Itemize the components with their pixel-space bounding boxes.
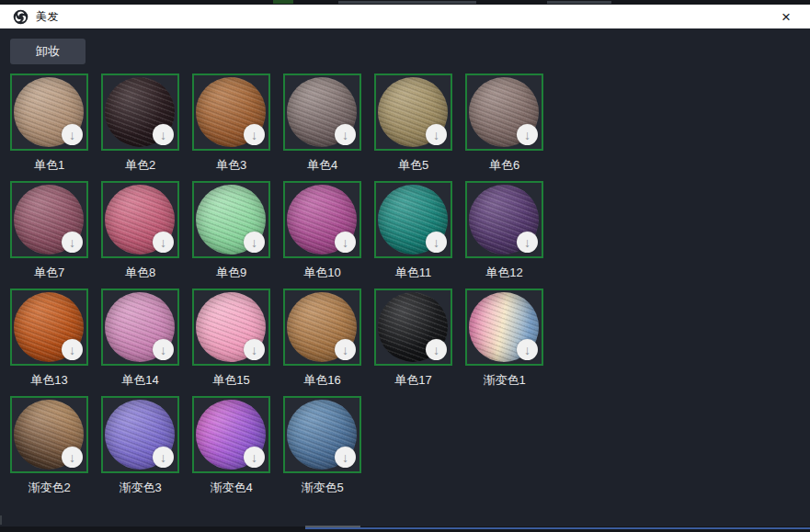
- download-arrow-glyph: ↓: [342, 236, 348, 249]
- tile-label: 单色14: [101, 372, 179, 389]
- hair-style-cell: ↓ 单色8: [101, 181, 179, 281]
- download-arrow-glyph: ↓: [342, 129, 348, 141]
- hair-style-cell: ↓ 单色14: [101, 289, 179, 389]
- download-icon[interactable]: ↓: [426, 124, 447, 145]
- tile-label: 单色5: [374, 157, 452, 174]
- tile-label: 单色15: [192, 372, 270, 389]
- download-icon[interactable]: ↓: [153, 124, 174, 145]
- hair-style-tile[interactable]: ↓: [465, 181, 543, 258]
- remove-makeup-button[interactable]: 卸妆: [10, 39, 86, 64]
- hair-style-cell: ↓ 单色16: [283, 289, 361, 389]
- hair-style-cell: ↓ 单色15: [192, 289, 270, 389]
- download-arrow-glyph: ↓: [160, 236, 166, 249]
- tile-label: 单色2: [101, 157, 179, 174]
- download-icon[interactable]: ↓: [426, 232, 447, 253]
- download-arrow-glyph: ↓: [251, 451, 257, 464]
- tile-label: 单色1: [10, 157, 88, 174]
- download-icon[interactable]: ↓: [517, 232, 538, 253]
- hair-style-cell: ↓ 单色4: [283, 74, 361, 174]
- background-window-artifact: [547, 1, 611, 4]
- download-arrow-glyph: ↓: [160, 451, 166, 464]
- hair-style-tile[interactable]: ↓: [192, 181, 270, 258]
- download-arrow-glyph: ↓: [69, 451, 75, 464]
- download-icon[interactable]: ↓: [153, 232, 174, 253]
- hair-style-cell: ↓ 单色6: [465, 74, 543, 174]
- download-icon[interactable]: ↓: [244, 124, 265, 145]
- download-arrow-glyph: ↓: [524, 236, 530, 249]
- hair-style-tile[interactable]: ↓: [101, 289, 179, 366]
- download-icon[interactable]: ↓: [426, 339, 447, 360]
- dialog-body: 卸妆 ↓ 单色1 ↓ 单色2 ↓ 单色3 ↓: [0, 28, 810, 526]
- download-arrow-glyph: ↓: [160, 129, 166, 141]
- download-arrow-glyph: ↓: [69, 344, 75, 357]
- hair-style-cell: ↓ 单色17: [374, 289, 452, 389]
- download-icon[interactable]: ↓: [244, 447, 265, 468]
- tile-label: 渐变色1: [465, 372, 543, 389]
- download-icon[interactable]: ↓: [62, 232, 83, 253]
- download-icon[interactable]: ↓: [335, 232, 356, 253]
- hair-style-tile[interactable]: ↓: [374, 181, 452, 258]
- close-icon[interactable]: ×: [777, 7, 795, 26]
- download-icon[interactable]: ↓: [62, 124, 83, 145]
- download-icon[interactable]: ↓: [335, 339, 356, 360]
- download-icon[interactable]: ↓: [335, 124, 356, 145]
- hair-style-tile[interactable]: ↓: [283, 396, 361, 473]
- hair-style-cell: ↓ 单色13: [10, 289, 88, 389]
- tile-label: 单色6: [465, 157, 543, 174]
- tile-label: 单色12: [465, 265, 543, 281]
- hair-style-tile[interactable]: ↓: [283, 74, 361, 151]
- tile-label: 单色10: [283, 265, 361, 281]
- hair-style-tile[interactable]: ↓: [10, 396, 88, 473]
- download-icon[interactable]: ↓: [517, 124, 538, 145]
- tile-label: 单色8: [101, 265, 179, 281]
- download-arrow-glyph: ↓: [524, 344, 530, 357]
- download-icon[interactable]: ↓: [62, 339, 83, 360]
- background-window-artifact: [305, 527, 810, 529]
- hair-style-cell: ↓ 单色2: [101, 74, 179, 174]
- hair-style-tile[interactable]: ↓: [10, 181, 88, 258]
- hair-style-tile[interactable]: ↓: [465, 289, 543, 366]
- hair-style-tile[interactable]: ↓: [101, 181, 179, 258]
- tile-label: 渐变色3: [101, 480, 179, 496]
- hair-style-tile[interactable]: ↓: [192, 396, 270, 473]
- hair-style-cell: ↓ 单色9: [192, 181, 270, 281]
- download-arrow-glyph: ↓: [433, 129, 439, 141]
- hair-style-cell: ↓ 渐变色5: [283, 396, 361, 496]
- hair-style-cell: ↓ 渐变色3: [101, 396, 179, 496]
- hair-style-grid: ↓ 单色1 ↓ 单色2 ↓ 单色3 ↓ 单色4: [10, 74, 810, 496]
- hair-style-cell: ↓ 单色1: [10, 74, 88, 174]
- download-icon[interactable]: ↓: [244, 339, 265, 360]
- download-arrow-glyph: ↓: [69, 129, 75, 141]
- hair-style-tile[interactable]: ↓: [101, 74, 179, 151]
- hair-style-cell: ↓ 单色11: [374, 181, 452, 281]
- tile-label: 单色4: [283, 157, 361, 174]
- hair-style-tile[interactable]: ↓: [101, 396, 179, 473]
- tile-label: 单色13: [10, 372, 88, 389]
- hair-style-tile[interactable]: ↓: [374, 74, 452, 151]
- hair-style-tile[interactable]: ↓: [192, 74, 270, 151]
- hair-style-tile[interactable]: ↓: [10, 289, 88, 366]
- tile-label: 单色7: [10, 265, 88, 281]
- download-arrow-glyph: ↓: [160, 344, 166, 357]
- tile-label: 渐变色5: [283, 480, 361, 496]
- tile-label: 渐变色2: [10, 480, 88, 496]
- hair-style-tile[interactable]: ↓: [374, 289, 452, 366]
- hair-style-tile[interactable]: ↓: [10, 74, 88, 151]
- tile-label: 单色16: [283, 372, 361, 389]
- download-icon[interactable]: ↓: [62, 447, 83, 468]
- hair-style-tile[interactable]: ↓: [283, 289, 361, 366]
- hair-style-tile[interactable]: ↓: [192, 289, 270, 366]
- hair-style-tile[interactable]: ↓: [283, 181, 361, 258]
- background-window-artifact: [273, 0, 293, 4]
- tile-label: 单色3: [192, 157, 270, 174]
- obs-logo-icon: [13, 9, 29, 25]
- download-arrow-glyph: ↓: [251, 344, 257, 357]
- download-arrow-glyph: ↓: [251, 236, 257, 249]
- hair-style-tile[interactable]: ↓: [465, 74, 543, 151]
- download-icon[interactable]: ↓: [153, 339, 174, 360]
- download-icon[interactable]: ↓: [335, 447, 356, 468]
- download-icon[interactable]: ↓: [517, 339, 538, 360]
- download-icon[interactable]: ↓: [244, 232, 265, 253]
- tile-label: 渐变色4: [192, 480, 270, 496]
- download-icon[interactable]: ↓: [153, 447, 174, 468]
